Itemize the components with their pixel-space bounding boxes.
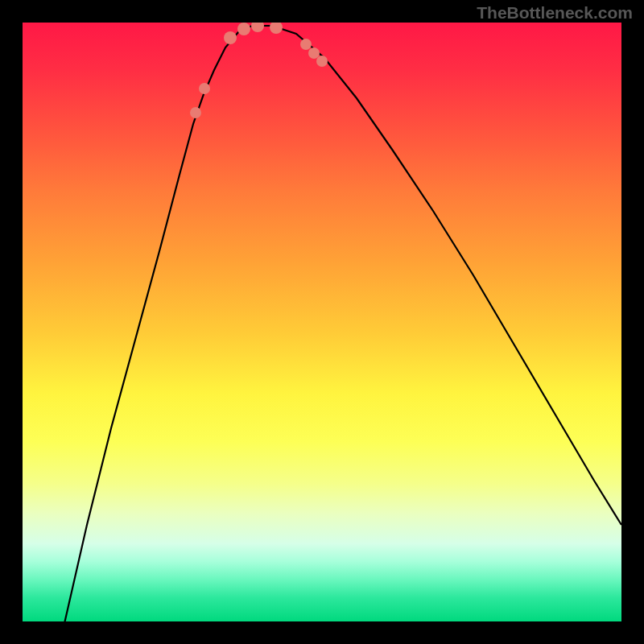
curve-marker — [251, 23, 264, 32]
curve-marker — [224, 31, 237, 44]
curve-marker — [316, 56, 328, 67]
curve-marker — [308, 47, 320, 59]
outer-frame: TheBottleneck.com — [0, 0, 644, 644]
marker-group — [190, 23, 328, 118]
curve-marker — [199, 83, 210, 94]
curve-marker — [270, 23, 283, 34]
curve-marker — [190, 107, 201, 118]
curve-marker — [237, 23, 250, 35]
bottleneck-chart — [23, 23, 621, 621]
bottleneck-curve — [61, 26, 621, 621]
watermark: TheBottleneck.com — [477, 3, 633, 23]
curve-marker — [300, 39, 312, 50]
